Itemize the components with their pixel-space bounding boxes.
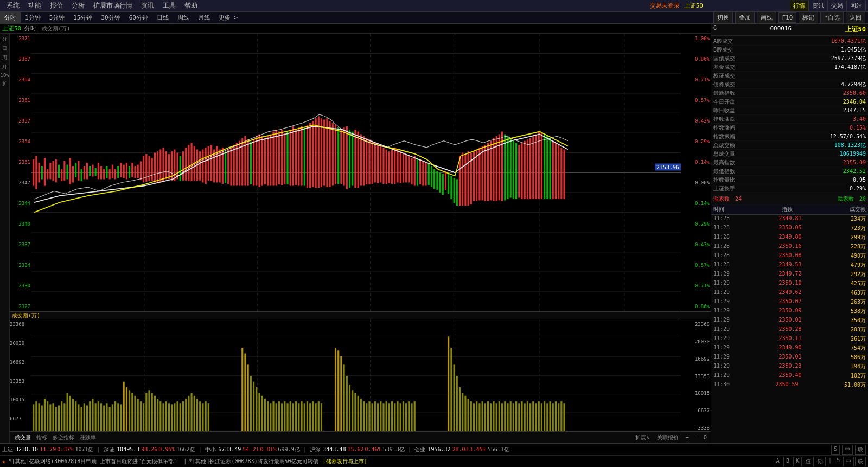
rptab-web[interactable]: 网站 bbox=[847, 1, 866, 11]
svg-rect-169 bbox=[454, 178, 455, 203]
svg-rect-339 bbox=[414, 402, 416, 433]
tab-monthly[interactable]: 月线 bbox=[194, 12, 214, 23]
left-icon-10pct[interactable]: 10% bbox=[1, 73, 9, 78]
bottom-btn-link[interactable]: 联 bbox=[855, 445, 866, 455]
bottom-btn-mid[interactable]: 中 bbox=[842, 445, 853, 455]
vol-y-right-0: 23368 bbox=[681, 322, 711, 327]
svg-rect-56 bbox=[134, 166, 136, 178]
vol-y-right-1: 20030 bbox=[681, 339, 711, 344]
svg-rect-282 bbox=[241, 348, 243, 433]
vol-y-right-4: 10015 bbox=[681, 391, 711, 396]
svg-rect-347 bbox=[468, 399, 469, 433]
svg-rect-349 bbox=[473, 404, 475, 433]
nav-btn-lian[interactable]: 联 bbox=[855, 457, 866, 466]
stat-row-5: 债券成交 4.7294亿 bbox=[713, 80, 866, 89]
zoom-in-btn[interactable]: + bbox=[684, 434, 691, 441]
svg-rect-178 bbox=[478, 148, 480, 201]
btn-switch[interactable]: 切换 bbox=[713, 12, 733, 23]
svg-rect-232 bbox=[69, 396, 71, 433]
menu-function[interactable]: 功能 bbox=[24, 1, 46, 10]
nav-btn-val[interactable]: 值 bbox=[803, 457, 814, 466]
left-icon-expand[interactable]: 扩 bbox=[1, 80, 9, 87]
svg-rect-22 bbox=[38, 163, 40, 183]
chart-close-btn[interactable]: 关联报价 bbox=[654, 433, 681, 442]
tab-weekly[interactable]: 周线 bbox=[173, 12, 194, 23]
btn-back[interactable]: 返回 bbox=[846, 12, 865, 23]
btn-mark[interactable]: 标记 bbox=[799, 12, 818, 23]
status-bar: 上证 3230.10 11.79 0.37% 1071亿 | 深证 10495.… bbox=[0, 443, 868, 455]
svg-rect-35 bbox=[75, 163, 76, 177]
stat-row-8: 昨日收盘 2347.15 bbox=[713, 106, 866, 115]
tab-1min[interactable]: 1分钟 bbox=[21, 12, 45, 23]
chart-tab-vol[interactable]: 成交量 bbox=[12, 433, 34, 442]
menu-tools[interactable]: 工具 bbox=[158, 1, 180, 10]
svg-rect-164 bbox=[439, 172, 441, 193]
left-icon-day[interactable]: 日 bbox=[1, 45, 9, 52]
tab-fen-shi[interactable]: 分时 bbox=[0, 12, 21, 23]
nav-btn-b[interactable]: B bbox=[783, 457, 792, 466]
svg-rect-320 bbox=[360, 399, 362, 433]
btn-draw[interactable]: 画线 bbox=[757, 12, 776, 23]
svg-rect-66 bbox=[162, 148, 164, 182]
nav-btn-qi[interactable]: 期 bbox=[815, 457, 826, 466]
left-icons: 分 日 周 月 10% 扩 bbox=[0, 34, 10, 443]
tab-daily[interactable]: 日线 bbox=[152, 12, 173, 23]
stat-row-13: 总成交量 10619949 bbox=[713, 150, 866, 158]
svg-rect-207 bbox=[560, 148, 562, 199]
tab-60min[interactable]: 60分钟 bbox=[125, 12, 152, 23]
nav-btn-a[interactable]: A bbox=[774, 457, 782, 466]
svg-rect-135 bbox=[358, 132, 359, 188]
chart-divider: 成交额(万) bbox=[10, 312, 711, 319]
chart-tab-indicator[interactable]: 指标 bbox=[34, 433, 50, 442]
left-icon-fen[interactable]: 分 bbox=[1, 36, 9, 43]
chart-tab-rise-fall[interactable]: 涨跌率 bbox=[77, 433, 99, 442]
svg-rect-307 bbox=[312, 402, 314, 433]
btn-watchlist[interactable]: *自选 bbox=[820, 12, 844, 23]
svg-rect-102 bbox=[264, 138, 266, 184]
tab-15min[interactable]: 15分钟 bbox=[69, 12, 97, 23]
svg-rect-154 bbox=[411, 158, 412, 184]
zoom-out-btn[interactable]: - bbox=[693, 434, 700, 441]
zoom-reset-btn[interactable]: 0 bbox=[701, 434, 709, 441]
tab-30min[interactable]: 30分钟 bbox=[97, 12, 125, 23]
menu-analysis[interactable]: 分析 bbox=[67, 1, 89, 10]
menu-extend[interactable]: 扩展市场行情 bbox=[89, 1, 137, 10]
left-icon-week[interactable]: 周 bbox=[1, 54, 9, 61]
chart-expand-btn[interactable]: 扩展∧ bbox=[633, 433, 652, 442]
svg-rect-58 bbox=[140, 161, 142, 180]
menu-system[interactable]: 系统 bbox=[2, 1, 24, 10]
svg-rect-57 bbox=[137, 165, 139, 178]
svg-rect-230 bbox=[63, 404, 65, 433]
nav-btn-k[interactable]: K bbox=[793, 457, 802, 466]
bottom-btn-s[interactable]: S bbox=[831, 445, 840, 455]
menu-help[interactable]: 帮助 bbox=[180, 1, 202, 10]
pct-label-8: 0.14% bbox=[681, 201, 711, 206]
rptab-quotes[interactable]: 行情 bbox=[790, 1, 809, 11]
ticker-row: 11:29 2349.90 754万 bbox=[711, 344, 868, 353]
menu-quote[interactable]: 报价 bbox=[46, 1, 67, 10]
btn-f10[interactable]: F10 bbox=[778, 12, 797, 23]
svg-rect-151 bbox=[403, 153, 404, 183]
svg-rect-240 bbox=[92, 399, 93, 433]
svg-rect-316 bbox=[349, 385, 350, 433]
tab-more[interactable]: 更多 > bbox=[214, 12, 242, 23]
tab-5min[interactable]: 5分钟 bbox=[45, 12, 69, 23]
svg-rect-269 bbox=[174, 404, 175, 433]
rptab-news[interactable]: 资讯 bbox=[809, 1, 828, 11]
ticker-row: 11:29 2350.01 586万 bbox=[711, 353, 868, 362]
svg-rect-114 bbox=[298, 127, 299, 185]
svg-rect-249 bbox=[117, 404, 119, 433]
ticker-row: 11:28 2349.80 299万 bbox=[711, 233, 868, 242]
btn-overlay[interactable]: 叠加 bbox=[735, 12, 755, 23]
chart-tab-multi[interactable]: 多空指标 bbox=[50, 433, 77, 442]
menu-info[interactable]: 资讯 bbox=[137, 1, 158, 10]
svg-rect-189 bbox=[510, 138, 512, 198]
left-icon-month[interactable]: 月 bbox=[1, 63, 9, 71]
charts-container: 分 日 周 月 10% 扩 2371 2367 2364 2361 2357 bbox=[0, 34, 711, 443]
nav-btn-zh[interactable]: 中 bbox=[843, 457, 854, 466]
svg-rect-20 bbox=[33, 159, 34, 186]
rptab-trade[interactable]: 交易 bbox=[828, 1, 847, 11]
svg-rect-196 bbox=[529, 138, 531, 199]
svg-rect-148 bbox=[394, 148, 395, 184]
svg-rect-74 bbox=[185, 148, 187, 181]
